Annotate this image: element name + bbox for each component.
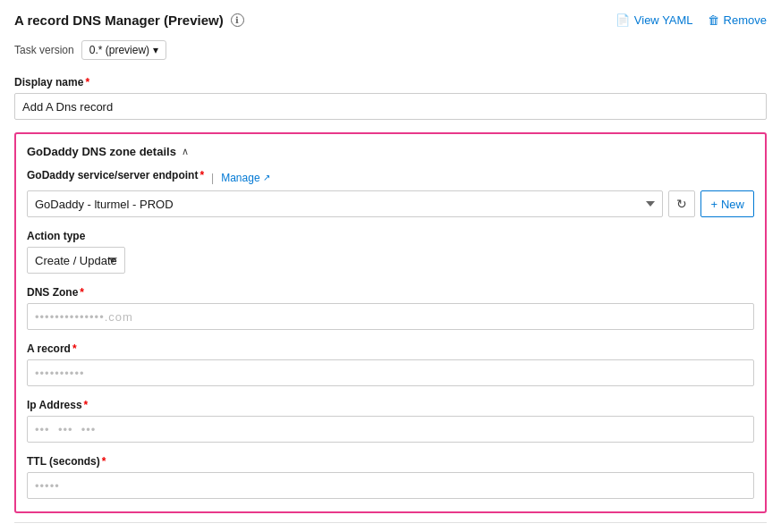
display-name-input[interactable] (14, 93, 767, 120)
manage-link[interactable]: Manage ↗ (221, 172, 269, 184)
dns-zone-input[interactable] (27, 303, 754, 330)
a-record-group: A record* (27, 342, 754, 386)
action-type-select[interactable]: Create / Update (27, 247, 125, 274)
ttl-group: TTL (seconds)* (27, 455, 754, 499)
refresh-button[interactable]: ↻ (668, 190, 695, 217)
remove-icon: 🗑 (708, 13, 719, 27)
external-link-icon: ↗ (263, 173, 270, 182)
page-container: A record DNS Manager (Preview) ℹ 📄 View … (0, 0, 781, 532)
collapse-icon[interactable]: ∧ (182, 146, 189, 157)
header-row: A record DNS Manager (Preview) ℹ 📄 View … (14, 13, 767, 28)
new-button[interactable]: + New (700, 190, 754, 217)
dns-section-title: GoDaddy DNS zone details (27, 145, 176, 158)
ip-address-label: Ip Address* (27, 399, 754, 411)
endpoint-select[interactable]: GoDaddy - lturmel - PROD (27, 190, 663, 217)
task-version-row: Task version 0.* (preview) ▾ (14, 40, 767, 60)
control-options-section[interactable]: Control Options ∨ (14, 522, 767, 532)
view-yaml-button[interactable]: 📄 View YAML (615, 13, 693, 27)
info-icon[interactable]: ℹ (231, 13, 244, 27)
endpoint-select-row: GoDaddy - lturmel - PROD ↻ + New (27, 190, 754, 217)
a-record-input[interactable] (27, 359, 754, 386)
display-name-group: Display name* (14, 76, 767, 120)
refresh-icon: ↻ (676, 197, 687, 211)
dns-zone-group: DNS Zone* (27, 286, 754, 330)
display-name-label: Display name* (14, 76, 767, 89)
remove-button[interactable]: 🗑 Remove (708, 13, 767, 27)
task-version-select[interactable]: 0.* (preview) ▾ (81, 40, 166, 60)
page-title: A record DNS Manager (Preview) (14, 13, 224, 28)
ip-address-group: Ip Address* (27, 399, 754, 443)
yaml-icon: 📄 (615, 13, 630, 27)
action-type-label: Action type (27, 230, 754, 242)
endpoint-group: GoDaddy service/server endpoint* | Manag… (27, 169, 754, 217)
header-left: A record DNS Manager (Preview) ℹ (14, 13, 244, 28)
task-version-label: Task version (14, 44, 74, 56)
separator: | (211, 172, 214, 184)
ttl-input[interactable] (27, 472, 754, 499)
endpoint-label-row: GoDaddy service/server endpoint* | Manag… (27, 169, 754, 186)
dns-section: GoDaddy DNS zone details ∧ GoDaddy servi… (14, 132, 767, 513)
action-type-group: Action type Create / Update (27, 230, 754, 274)
plus-icon: + (710, 198, 717, 211)
dns-zone-label: DNS Zone* (27, 286, 754, 299)
ip-address-input[interactable] (27, 416, 754, 443)
dns-section-header: GoDaddy DNS zone details ∧ (27, 145, 754, 158)
ttl-label: TTL (seconds)* (27, 455, 754, 468)
chevron-down-icon: ▾ (153, 44, 158, 56)
header-actions: 📄 View YAML 🗑 Remove (615, 13, 767, 27)
a-record-label: A record* (27, 342, 754, 355)
endpoint-label: GoDaddy service/server endpoint* (27, 169, 204, 182)
